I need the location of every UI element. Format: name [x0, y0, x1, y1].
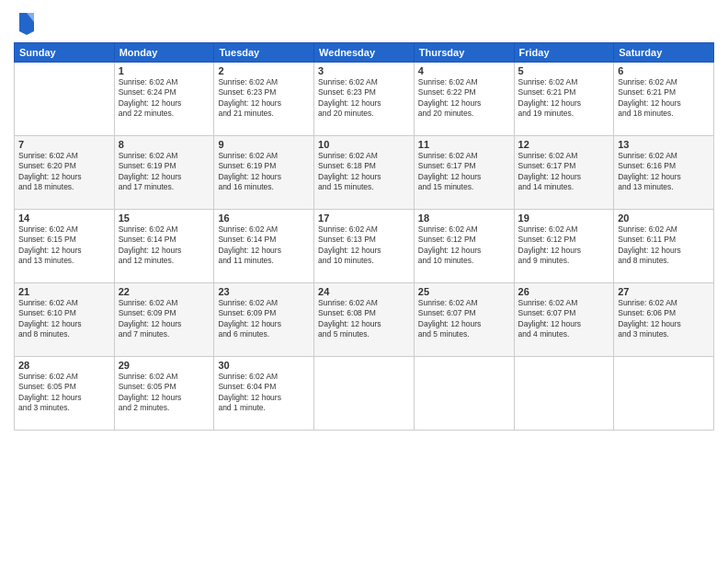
header: [14, 9, 714, 35]
day-number: 17: [318, 213, 410, 224]
day-of-week-header: Sunday: [15, 43, 115, 63]
calendar-cell: 5Sunrise: 6:02 AM Sunset: 6:21 PM Daylig…: [514, 63, 614, 136]
calendar-week-row: 1Sunrise: 6:02 AM Sunset: 6:24 PM Daylig…: [15, 63, 714, 136]
day-number: 10: [318, 139, 410, 150]
day-number: 12: [518, 139, 610, 150]
day-info: Sunrise: 6:02 AM Sunset: 6:09 PM Dayligh…: [119, 298, 210, 340]
day-info: Sunrise: 6:02 AM Sunset: 6:09 PM Dayligh…: [218, 298, 310, 340]
calendar-cell: [514, 357, 614, 431]
calendar-cell: 16Sunrise: 6:02 AM Sunset: 6:14 PM Dayli…: [214, 210, 314, 283]
calendar: SundayMondayTuesdayWednesdayThursdayFrid…: [14, 42, 714, 431]
day-number: 21: [18, 286, 110, 297]
day-info: Sunrise: 6:02 AM Sunset: 6:19 PM Dayligh…: [119, 151, 210, 193]
calendar-cell: 19Sunrise: 6:02 AM Sunset: 6:12 PM Dayli…: [514, 210, 614, 283]
calendar-cell: 23Sunrise: 6:02 AM Sunset: 6:09 PM Dayli…: [214, 283, 314, 357]
day-number: 27: [618, 286, 710, 297]
day-number: 24: [318, 286, 410, 297]
day-info: Sunrise: 6:02 AM Sunset: 6:17 PM Dayligh…: [418, 151, 510, 193]
day-number: 4: [418, 65, 510, 76]
day-number: 30: [218, 360, 310, 371]
day-number: 9: [218, 139, 310, 150]
calendar-cell: 17Sunrise: 6:02 AM Sunset: 6:13 PM Dayli…: [314, 210, 415, 283]
calendar-cell: 15Sunrise: 6:02 AM Sunset: 6:14 PM Dayli…: [114, 210, 214, 283]
calendar-cell: 2Sunrise: 6:02 AM Sunset: 6:23 PM Daylig…: [214, 63, 314, 136]
day-info: Sunrise: 6:02 AM Sunset: 6:17 PM Dayligh…: [518, 151, 610, 193]
calendar-cell: [314, 357, 415, 431]
day-of-week-header: Monday: [114, 43, 214, 63]
day-of-week-header: Wednesday: [314, 43, 415, 63]
day-info: Sunrise: 6:02 AM Sunset: 6:07 PM Dayligh…: [418, 298, 510, 340]
day-number: 19: [518, 213, 610, 224]
day-number: 13: [618, 139, 710, 150]
calendar-cell: 3Sunrise: 6:02 AM Sunset: 6:23 PM Daylig…: [314, 63, 415, 136]
calendar-cell: [15, 63, 115, 136]
day-info: Sunrise: 6:02 AM Sunset: 6:23 PM Dayligh…: [318, 77, 410, 120]
day-info: Sunrise: 6:02 AM Sunset: 6:12 PM Dayligh…: [518, 224, 610, 267]
day-number: 11: [418, 139, 510, 150]
day-number: 25: [418, 286, 510, 297]
day-info: Sunrise: 6:02 AM Sunset: 6:21 PM Dayligh…: [518, 77, 610, 120]
day-number: 26: [518, 286, 610, 297]
calendar-cell: 26Sunrise: 6:02 AM Sunset: 6:07 PM Dayli…: [514, 283, 614, 357]
day-info: Sunrise: 6:02 AM Sunset: 6:23 PM Dayligh…: [218, 77, 310, 120]
day-info: Sunrise: 6:02 AM Sunset: 6:04 PM Dayligh…: [218, 372, 310, 414]
calendar-cell: 29Sunrise: 6:02 AM Sunset: 6:05 PM Dayli…: [114, 357, 214, 431]
day-number: 6: [618, 65, 710, 76]
calendar-week-row: 14Sunrise: 6:02 AM Sunset: 6:15 PM Dayli…: [15, 210, 714, 283]
calendar-cell: 9Sunrise: 6:02 AM Sunset: 6:19 PM Daylig…: [214, 136, 314, 210]
calendar-cell: 4Sunrise: 6:02 AM Sunset: 6:22 PM Daylig…: [414, 63, 514, 136]
day-info: Sunrise: 6:02 AM Sunset: 6:10 PM Dayligh…: [18, 298, 110, 340]
day-number: 22: [119, 286, 210, 297]
calendar-cell: 21Sunrise: 6:02 AM Sunset: 6:10 PM Dayli…: [15, 283, 115, 357]
page: SundayMondayTuesdayWednesdayThursdayFrid…: [0, 0, 728, 563]
calendar-cell: 12Sunrise: 6:02 AM Sunset: 6:17 PM Dayli…: [514, 136, 614, 210]
calendar-cell: 22Sunrise: 6:02 AM Sunset: 6:09 PM Dayli…: [114, 283, 214, 357]
day-number: 5: [518, 65, 610, 76]
calendar-cell: 27Sunrise: 6:02 AM Sunset: 6:06 PM Dayli…: [614, 283, 714, 357]
logo-icon: [17, 9, 36, 35]
calendar-cell: 24Sunrise: 6:02 AM Sunset: 6:08 PM Dayli…: [314, 283, 415, 357]
calendar-cell: 11Sunrise: 6:02 AM Sunset: 6:17 PM Dayli…: [414, 136, 514, 210]
day-number: 3: [318, 65, 410, 76]
day-number: 2: [218, 65, 310, 76]
day-info: Sunrise: 6:02 AM Sunset: 6:22 PM Dayligh…: [418, 77, 510, 120]
day-number: 1: [119, 65, 210, 76]
day-info: Sunrise: 6:02 AM Sunset: 6:14 PM Dayligh…: [218, 224, 310, 267]
calendar-cell: 30Sunrise: 6:02 AM Sunset: 6:04 PM Dayli…: [214, 357, 314, 431]
day-number: 29: [119, 360, 210, 371]
calendar-cell: 1Sunrise: 6:02 AM Sunset: 6:24 PM Daylig…: [114, 63, 214, 136]
calendar-cell: 28Sunrise: 6:02 AM Sunset: 6:05 PM Dayli…: [15, 357, 115, 431]
day-info: Sunrise: 6:02 AM Sunset: 6:19 PM Dayligh…: [218, 151, 310, 193]
day-info: Sunrise: 6:02 AM Sunset: 6:05 PM Dayligh…: [119, 372, 210, 414]
calendar-cell: 13Sunrise: 6:02 AM Sunset: 6:16 PM Dayli…: [614, 136, 714, 210]
calendar-cell: 18Sunrise: 6:02 AM Sunset: 6:12 PM Dayli…: [414, 210, 514, 283]
day-info: Sunrise: 6:02 AM Sunset: 6:05 PM Dayligh…: [18, 372, 110, 414]
calendar-week-row: 21Sunrise: 6:02 AM Sunset: 6:10 PM Dayli…: [15, 283, 714, 357]
calendar-cell: [414, 357, 514, 431]
calendar-header-row: SundayMondayTuesdayWednesdayThursdayFrid…: [15, 43, 714, 63]
day-of-week-header: Saturday: [614, 43, 714, 63]
day-of-week-header: Thursday: [414, 43, 514, 63]
day-info: Sunrise: 6:02 AM Sunset: 6:21 PM Dayligh…: [618, 77, 710, 120]
day-info: Sunrise: 6:02 AM Sunset: 6:18 PM Dayligh…: [318, 151, 410, 193]
day-of-week-header: Tuesday: [214, 43, 314, 63]
day-info: Sunrise: 6:02 AM Sunset: 6:07 PM Dayligh…: [518, 298, 610, 340]
day-number: 23: [218, 286, 310, 297]
day-info: Sunrise: 6:02 AM Sunset: 6:08 PM Dayligh…: [318, 298, 410, 340]
calendar-cell: [614, 357, 714, 431]
day-info: Sunrise: 6:02 AM Sunset: 6:24 PM Dayligh…: [119, 77, 210, 120]
day-number: 15: [119, 213, 210, 224]
calendar-week-row: 7Sunrise: 6:02 AM Sunset: 6:20 PM Daylig…: [15, 136, 714, 210]
day-number: 7: [18, 139, 110, 150]
calendar-cell: 25Sunrise: 6:02 AM Sunset: 6:07 PM Dayli…: [414, 283, 514, 357]
calendar-cell: 7Sunrise: 6:02 AM Sunset: 6:20 PM Daylig…: [15, 136, 115, 210]
day-number: 8: [119, 139, 210, 150]
calendar-cell: 20Sunrise: 6:02 AM Sunset: 6:11 PM Dayli…: [614, 210, 714, 283]
calendar-cell: 8Sunrise: 6:02 AM Sunset: 6:19 PM Daylig…: [114, 136, 214, 210]
calendar-cell: 14Sunrise: 6:02 AM Sunset: 6:15 PM Dayli…: [15, 210, 115, 283]
day-number: 20: [618, 213, 710, 224]
day-number: 28: [18, 360, 110, 371]
day-info: Sunrise: 6:02 AM Sunset: 6:11 PM Dayligh…: [618, 224, 710, 267]
calendar-cell: 6Sunrise: 6:02 AM Sunset: 6:21 PM Daylig…: [614, 63, 714, 136]
day-info: Sunrise: 6:02 AM Sunset: 6:13 PM Dayligh…: [318, 224, 410, 267]
